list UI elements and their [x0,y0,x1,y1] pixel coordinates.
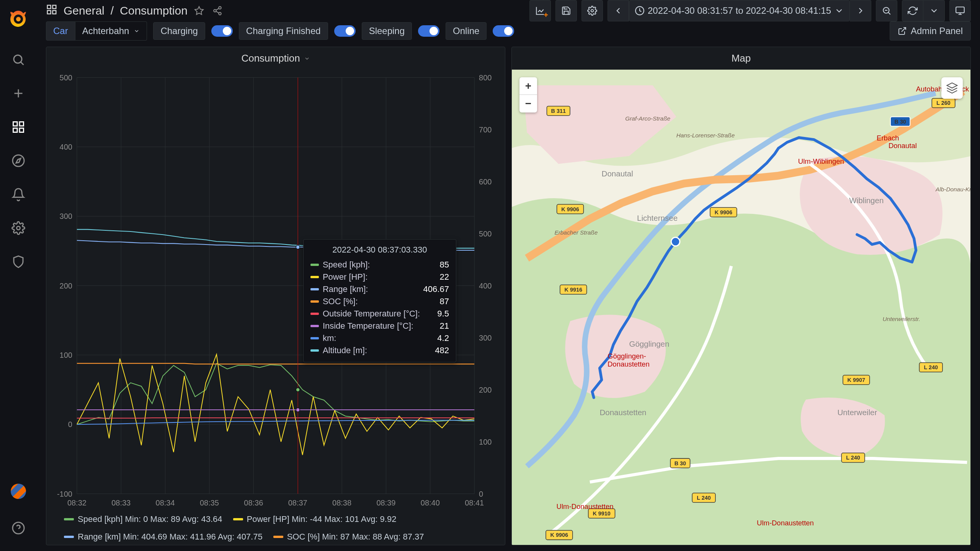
zoom-out-button[interactable]: − [519,95,537,112]
zoom-in-button[interactable]: + [519,77,537,95]
svg-text:08:40: 08:40 [421,499,440,507]
time-range-forward-button[interactable] [850,0,871,21]
svg-rect-4 [20,128,24,132]
dashboard-grid-icon[interactable] [46,4,57,18]
svg-text:08:38: 08:38 [332,499,351,507]
admin-icon[interactable] [8,251,29,272]
time-range-back-button[interactable] [608,0,629,21]
variables-row: Car Achterbahn ChargingCharging Finished… [37,21,980,47]
svg-text:08:35: 08:35 [200,499,219,507]
svg-text:500: 500 [60,73,72,82]
svg-text:L 240: L 240 [846,455,860,461]
refresh-button[interactable] [902,0,923,21]
map-body[interactable]: B 311K 9916B 30K 9910K 9906L 240L 240K 9… [512,70,970,545]
svg-point-5 [13,155,24,166]
legend-item[interactable]: Speed [kph] Min: 0 Max: 89 Avg: 43.64 [64,514,222,524]
consumption-panel: Consumption -100010020030040050001002003… [46,47,505,545]
svg-text:Donaustetten: Donaustetten [608,360,650,368]
legend-item[interactable]: Power [HP] Min: -44 Max: 101 Avg: 9.92 [233,514,397,524]
svg-text:Unterweiler: Unterweiler [837,408,877,417]
map-panel-title[interactable]: Map [512,47,970,70]
legend-item[interactable]: SOC [%] Min: 87 Max: 88 Avg: 87.37 [273,532,424,542]
chart-body[interactable]: -100010020030040050001002003004005006007… [46,70,505,545]
refresh-interval-button[interactable] [923,0,945,21]
search-icon[interactable] [8,49,29,70]
svg-rect-18 [956,7,964,13]
consumption-panel-title[interactable]: Consumption [46,47,505,70]
svg-text:L 240: L 240 [924,364,938,370]
svg-point-65 [296,408,300,412]
svg-text:Donautal: Donautal [889,142,917,150]
cycle-view-button[interactable] [949,0,971,21]
svg-text:200: 200 [479,385,492,394]
svg-text:Graf-Arco-Straße: Graf-Arco-Straße [625,115,670,122]
svg-text:300: 300 [479,333,492,342]
toggle-switch[interactable] [493,25,514,37]
breadcrumb-dashboard[interactable]: Consumption [120,4,188,17]
alerting-icon[interactable] [8,184,29,205]
svg-text:Donaustetten: Donaustetten [599,408,646,417]
svg-rect-2 [20,122,24,126]
svg-text:Erbacher Straße: Erbacher Straße [554,229,598,236]
topbar: General / Consumption + 2022-04-30 08:31… [37,0,980,21]
svg-text:Gögglingen-: Gögglingen- [608,352,646,360]
svg-point-0 [14,55,22,63]
svg-text:0: 0 [68,420,72,429]
layers-icon[interactable] [941,77,963,99]
svg-text:08:32: 08:32 [67,499,87,507]
help-icon[interactable] [8,517,29,539]
svg-rect-3 [13,128,18,132]
toggle-sleeping: Sleeping [362,22,412,40]
legend-item[interactable]: Range [km] Min: 404.69 Max: 411.96 Avg: … [64,532,263,542]
svg-text:K 9906: K 9906 [715,209,732,215]
breadcrumb-folder[interactable]: General [64,4,105,17]
svg-text:500: 500 [479,229,492,238]
toggle-switch[interactable] [418,25,439,37]
svg-text:08:41: 08:41 [465,499,484,507]
svg-rect-10 [47,10,51,14]
user-avatar[interactable] [11,484,26,499]
svg-text:Erbach: Erbach [877,134,899,142]
car-variable[interactable]: Car Achterbahn [46,21,147,41]
explore-icon[interactable] [8,150,29,171]
svg-text:300: 300 [60,212,72,220]
add-panel-button[interactable]: + [529,0,551,21]
zoom-out-button[interactable] [876,0,897,21]
svg-text:0: 0 [479,489,483,498]
toggle-switch[interactable] [334,25,356,37]
share-icon[interactable] [211,4,224,18]
admin-panel-button[interactable]: Admin Panel [890,21,971,41]
svg-text:Alb-Donau-Kreis: Alb-Donau-Kreis [935,186,970,192]
svg-text:L 260: L 260 [936,100,950,106]
map-zoom-control: + − [519,77,537,112]
svg-text:Lichternsee: Lichternsee [637,214,678,222]
svg-text:100: 100 [60,351,72,359]
toggle-charging: Charging [153,22,205,40]
svg-text:800: 800 [479,73,492,82]
svg-text:K 9906: K 9906 [550,532,568,538]
svg-text:L 240: L 240 [697,495,710,501]
settings-button[interactable] [581,0,603,21]
svg-text:100: 100 [479,437,492,446]
favorite-star-icon[interactable] [192,4,206,18]
chart-legend: Speed [kph] Min: 0 Max: 89 Avg: 43.64Pow… [64,514,505,542]
svg-point-64 [296,245,300,249]
svg-text:400: 400 [60,143,72,151]
create-icon[interactable] [8,83,29,104]
svg-rect-11 [53,10,56,14]
grafana-logo[interactable] [9,9,28,28]
svg-point-63 [296,388,300,391]
svg-text:B 30: B 30 [895,119,906,125]
toggle-switch[interactable] [211,25,233,37]
svg-rect-9 [53,5,56,8]
svg-rect-1 [13,122,18,126]
dashboards-icon[interactable] [8,116,29,138]
configuration-icon[interactable] [8,217,29,239]
time-range-picker[interactable]: 2022-04-30 08:31:57 to 2022-04-30 08:41:… [629,0,850,21]
svg-text:K 9906: K 9906 [561,206,579,212]
save-button[interactable] [555,0,577,21]
svg-text:700: 700 [479,125,492,134]
svg-text:400: 400 [479,281,492,290]
svg-text:Ulm-Donaustetten: Ulm-Donaustetten [557,502,614,510]
svg-point-67 [671,237,680,246]
